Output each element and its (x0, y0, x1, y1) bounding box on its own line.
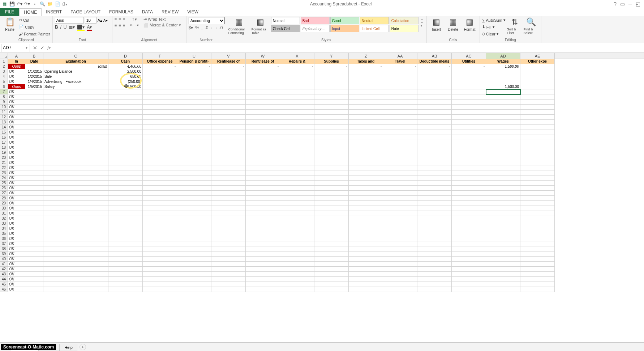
style-input[interactable]: Input (330, 25, 359, 32)
undo-icon[interactable]: ↶▾ (17, 1, 22, 7)
find-select-button[interactable]: 🔍Find & Select (524, 17, 539, 35)
decrease-font-icon[interactable]: A▾ (103, 18, 108, 22)
tab-insert[interactable]: INSERT (42, 8, 66, 16)
name-box[interactable]: AD7▼ (1, 44, 30, 52)
format-painter-button[interactable]: 🖌 Format Painter (19, 31, 50, 37)
fx-icon[interactable]: fx (47, 45, 52, 51)
styles-scroll-down-icon[interactable]: ▼ (421, 21, 424, 24)
delete-icon: ▦ (449, 17, 457, 27)
insert-icon: ▦ (433, 17, 440, 27)
styles-scroll-up-icon[interactable]: ▲ (421, 18, 424, 21)
quick-access-toolbar: ▦ 💾 ↶▾ ↷▾ ▫ 🔍 📁 📄 ⎙▾ (0, 1, 68, 7)
tab-review[interactable]: REVIEW (157, 8, 183, 16)
increase-indent-icon[interactable]: ⇥ (135, 23, 138, 28)
group-label: Alignment (115, 38, 184, 43)
group-alignment: ≡ ≡ ≡ ⤒▾ ⇥ Wrap Text ≡ ≡ ≡ ⇤ ⇥ ⬜ Merge &… (112, 16, 186, 43)
conditional-formatting-icon: ▦ (235, 17, 243, 27)
comma-format-icon[interactable]: , (201, 25, 202, 30)
redo-icon[interactable]: ↷▾ (24, 1, 30, 7)
save-icon[interactable]: 💾 (9, 1, 15, 7)
align-bottom-icon[interactable]: ≡ (123, 17, 125, 22)
delete-cells-button[interactable]: ▦Delete (446, 17, 461, 31)
restore-icon[interactable]: ◱ (636, 1, 640, 7)
excel-icon: ▦ (1, 1, 7, 7)
group-number: Accounting $▾ % , .0→ ←.0 Number (186, 16, 226, 43)
formula-input[interactable] (55, 44, 644, 52)
align-center-icon[interactable]: ≡ (119, 23, 121, 28)
insert-cells-button[interactable]: ▦Insert (429, 17, 444, 31)
styles-more-icon[interactable]: ▾ (421, 24, 424, 28)
find-icon: 🔍 (526, 17, 536, 27)
style-linked-cell[interactable]: Linked Cell (360, 25, 389, 32)
increase-decimal-icon[interactable]: .0→ (205, 25, 212, 30)
border-button[interactable]: ▦▾ (69, 25, 75, 31)
group-label: Editing (482, 38, 539, 43)
group-font: A▴ A▾ B I U ▦▾ ⬛▾ A▾ Font (53, 16, 112, 43)
increase-font-icon[interactable]: A▴ (98, 18, 102, 23)
tab-file[interactable]: FILE (0, 8, 19, 16)
italic-button[interactable]: I (60, 25, 61, 31)
group-editing: ∑ AutoSum ▾ ⬇ Fill ▾ ◇ Clear ▾ ⇅Sort & F… (480, 16, 541, 43)
paste-button[interactable]: 📋 Paste (2, 17, 17, 31)
sort-filter-button[interactable]: ⇅Sort & Filter (507, 17, 522, 35)
ribbon-options-icon[interactable]: ▭ (620, 1, 625, 7)
sort-icon: ⇅ (511, 17, 518, 27)
percent-format-icon[interactable]: % (195, 25, 199, 30)
style-bad[interactable]: Bad (301, 17, 330, 24)
style-good[interactable]: Good (330, 17, 359, 24)
fill-color-button[interactable]: ⬛▾ (77, 25, 85, 31)
group-label: Cells (429, 38, 477, 43)
paste-icon: 📋 (5, 17, 15, 27)
format-table-icon: ▦ (257, 17, 264, 27)
tab-view[interactable]: VIEW (183, 8, 203, 16)
decrease-indent-icon[interactable]: ⇤ (130, 23, 133, 28)
align-middle-icon[interactable]: ≡ (119, 17, 121, 22)
group-cells: ▦Insert ▦Delete ▦Format Cells (427, 16, 480, 43)
format-as-table-button[interactable]: ▦ Format as Table (252, 17, 270, 35)
style-check-cell[interactable]: Check Cell (271, 25, 300, 32)
style-normal[interactable]: Normal (271, 17, 300, 24)
wrap-text-button[interactable]: ⇥ Wrap Text (143, 17, 166, 22)
qat-icon[interactable]: ▫ (32, 1, 38, 7)
style-explanatory[interactable]: Explanatory ... (301, 25, 330, 32)
qat-icon[interactable]: ⎙▾ (62, 1, 68, 7)
tab-home[interactable]: HOME (19, 8, 42, 16)
conditional-formatting-button[interactable]: ▦ Conditional Formatting (228, 17, 250, 35)
group-styles: ▦ Conditional Formatting ▦ Format as Tab… (226, 16, 427, 43)
minimize-icon[interactable]: ─ (628, 1, 632, 7)
fill-button[interactable]: ⬇ Fill ▾ (482, 24, 506, 30)
tab-data[interactable]: DATA (138, 8, 157, 16)
clear-button[interactable]: ◇ Clear ▾ (482, 31, 506, 37)
orientation-icon[interactable]: ⤒▾ (132, 17, 137, 22)
copy-button[interactable]: 📄 Copy (19, 24, 50, 30)
decrease-decimal-icon[interactable]: ←.0 (215, 25, 223, 30)
merge-center-button[interactable]: ⬜ Merge & Center ▾ (143, 23, 181, 28)
format-cells-button[interactable]: ▦Format (462, 17, 477, 31)
style-neutral[interactable]: Neutral (360, 17, 389, 24)
qat-icon[interactable]: 📁 (47, 1, 53, 7)
help-icon[interactable]: ? (614, 1, 617, 7)
font-size-input[interactable] (85, 17, 96, 24)
number-format-select[interactable]: Accounting (189, 17, 225, 24)
style-note[interactable]: Note (390, 25, 418, 32)
underline-button[interactable]: U (64, 25, 67, 31)
tab-page-layout[interactable]: PAGE LAYOUT (66, 8, 105, 16)
group-label: Font (55, 38, 110, 43)
qat-icon[interactable]: 📄 (55, 1, 60, 7)
autosum-button[interactable]: ∑ AutoSum ▾ (482, 17, 506, 23)
enter-icon[interactable]: ✓ (40, 45, 44, 51)
style-calculation[interactable]: Calculation (390, 17, 418, 24)
font-color-button[interactable]: A▾ (87, 25, 92, 31)
align-left-icon[interactable]: ≡ (115, 23, 117, 28)
accounting-format-icon[interactable]: $▾ (189, 25, 193, 30)
group-clipboard: 📋 Paste ✂ Cut 📄 Copy 🖌 Format Painter Cl… (0, 16, 53, 43)
group-label: Clipboard (2, 38, 50, 43)
tab-formulas[interactable]: FORMULAS (105, 8, 138, 16)
align-right-icon[interactable]: ≡ (123, 23, 125, 28)
align-top-icon[interactable]: ≡ (115, 17, 117, 22)
qat-icon[interactable]: 🔍 (39, 1, 45, 7)
cut-button[interactable]: ✂ Cut (19, 17, 50, 23)
font-name-input[interactable] (55, 17, 84, 24)
bold-button[interactable]: B (55, 25, 58, 31)
cancel-icon[interactable]: ✕ (33, 45, 37, 51)
